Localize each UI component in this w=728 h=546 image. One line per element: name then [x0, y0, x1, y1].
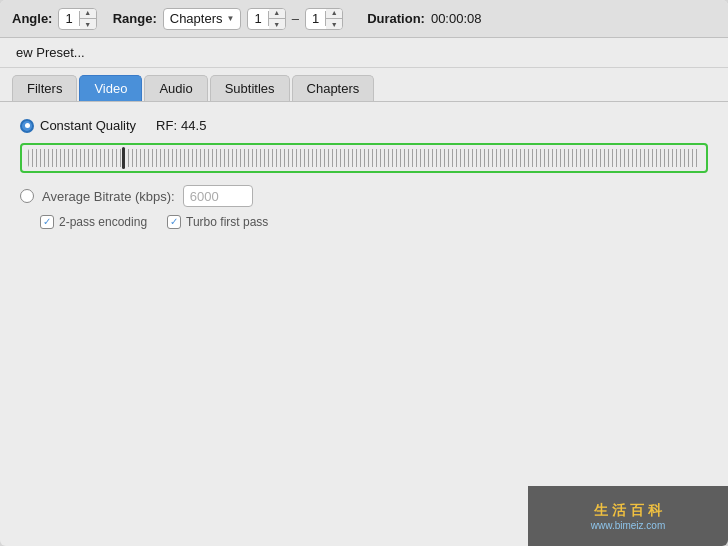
tab-chapters[interactable]: Chapters — [292, 75, 375, 101]
duration-value: 00:00:08 — [431, 11, 482, 26]
quality-row: Constant Quality RF: 44.5 — [20, 118, 708, 133]
turbo-label: Turbo first pass — [186, 215, 268, 229]
quality-radio-button[interactable] — [20, 119, 34, 133]
angle-label: Angle: — [12, 11, 52, 26]
angle-stepper[interactable]: 1 ▲ ▼ — [58, 8, 96, 30]
turbo-checkmark: ✓ — [170, 217, 178, 227]
bitrate-radio-button[interactable] — [20, 189, 34, 203]
range-to-down[interactable]: ▼ — [326, 19, 342, 30]
range-from-down[interactable]: ▼ — [269, 19, 285, 30]
watermark-area: 生 活 百 科 www.bimeiz.com — [528, 486, 728, 546]
main-content: Constant Quality RF: 44.5 Average Bitrat… — [0, 102, 728, 245]
range-to-up[interactable]: ▲ — [326, 8, 342, 19]
range-group: Range: Chapters ▼ 1 ▲ ▼ – 1 ▲ ▼ — [113, 8, 343, 30]
tabs-bar: Filters Video Audio Subtitles Chapters — [0, 68, 728, 102]
range-from-value: 1 — [248, 11, 268, 26]
quality-radio-label: Constant Quality — [40, 118, 136, 133]
quality-slider-thumb[interactable] — [122, 147, 125, 169]
range-to-value: 1 — [306, 11, 326, 26]
slider-outer — [20, 143, 708, 173]
top-bar: Angle: 1 ▲ ▼ Range: Chapters ▼ 1 ▲ ▼ — [0, 0, 728, 38]
range-to-stepper[interactable]: 1 ▲ ▼ — [305, 8, 343, 30]
tab-subtitles[interactable]: Subtitles — [210, 75, 290, 101]
radio-inner — [25, 123, 30, 128]
tab-filters[interactable]: Filters — [12, 75, 77, 101]
range-from-up[interactable]: ▲ — [269, 8, 285, 19]
quality-radio-group[interactable]: Constant Quality — [20, 118, 136, 133]
angle-arrows: ▲ ▼ — [80, 8, 96, 30]
rf-value: 44.5 — [181, 118, 206, 133]
range-dropdown-icon: ▼ — [227, 14, 235, 23]
rf-group: RF: 44.5 — [156, 118, 206, 133]
slider-container — [20, 143, 708, 173]
twopass-checkmark: ✓ — [43, 217, 51, 227]
angle-down-arrow[interactable]: ▼ — [80, 19, 96, 30]
duration-group: Duration: 00:00:08 — [359, 11, 481, 26]
twopass-checkbox[interactable]: ✓ — [40, 215, 54, 229]
turbo-checkbox[interactable]: ✓ — [167, 215, 181, 229]
range-from-stepper[interactable]: 1 ▲ ▼ — [247, 8, 285, 30]
range-label: Range: — [113, 11, 157, 26]
range-dash: – — [292, 11, 299, 26]
bitrate-row: Average Bitrate (kbps): — [20, 185, 708, 207]
angle-up-arrow[interactable]: ▲ — [80, 8, 96, 19]
watermark-line1: 生 活 百 科 — [591, 502, 665, 520]
tab-audio[interactable]: Audio — [144, 75, 207, 101]
quality-slider-track[interactable] — [28, 149, 700, 167]
preset-bar: ew Preset... — [0, 38, 728, 68]
new-preset-button[interactable]: ew Preset... — [12, 43, 89, 62]
angle-group: Angle: 1 ▲ ▼ — [12, 8, 97, 30]
twopass-group: ✓ 2-pass encoding — [40, 215, 147, 229]
angle-value: 1 — [59, 11, 79, 26]
duration-label: Duration: — [367, 11, 425, 26]
range-select[interactable]: Chapters ▼ — [163, 8, 242, 30]
rf-label: RF: — [156, 118, 177, 133]
watermark-line2: www.bimeiz.com — [591, 520, 665, 531]
tab-video[interactable]: Video — [79, 75, 142, 101]
watermark-content: 生 活 百 科 www.bimeiz.com — [591, 502, 665, 531]
bitrate-label: Average Bitrate (kbps): — [42, 189, 175, 204]
turbo-group: ✓ Turbo first pass — [167, 215, 268, 229]
range-from-arrows: ▲ ▼ — [269, 8, 285, 30]
encoding-options-row: ✓ 2-pass encoding ✓ Turbo first pass — [40, 215, 708, 229]
bitrate-input[interactable] — [183, 185, 253, 207]
range-select-value: Chapters — [170, 11, 223, 26]
app-window: Angle: 1 ▲ ▼ Range: Chapters ▼ 1 ▲ ▼ — [0, 0, 728, 546]
range-to-arrows: ▲ ▼ — [326, 8, 342, 30]
twopass-label: 2-pass encoding — [59, 215, 147, 229]
